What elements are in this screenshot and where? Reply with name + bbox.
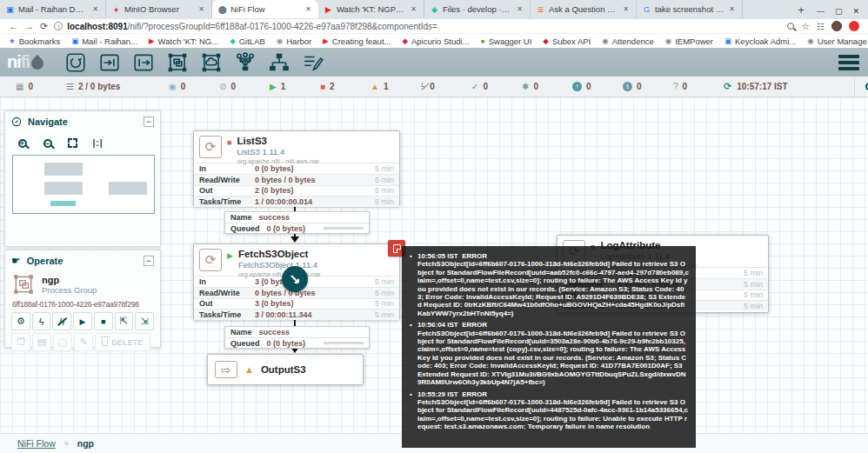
stat-value: 0 bytes / 0 bytes	[255, 289, 375, 297]
funnel-component-icon[interactable]	[234, 51, 257, 74]
status-queued-count: 2 / 0 bytes	[78, 82, 120, 91]
browser-tab[interactable]: ▣Mail - Raihan Dowllah - O✕	[0, 0, 106, 18]
extension-icon[interactable]	[849, 21, 859, 31]
zoom-icon[interactable]	[787, 23, 794, 30]
close-window-button[interactable]: ✕	[852, 7, 859, 16]
processor-type: ListS3 1.11.4	[237, 147, 319, 157]
bookmark-item[interactable]: ★Bookmarks	[9, 37, 60, 46]
output-port-component-icon[interactable]	[132, 51, 155, 74]
bookmark-item[interactable]: ◉User Manage...	[807, 37, 868, 46]
process-group-component-icon[interactable]	[166, 51, 189, 74]
global-menu-icon[interactable]	[837, 53, 861, 72]
stat-value: 0 bytes / 0 bytes	[255, 176, 375, 184]
operate-title: Operate	[27, 256, 63, 266]
zoom-out-button[interactable]: −	[37, 134, 58, 152]
profile-avatar[interactable]	[831, 21, 842, 31]
browser-tab[interactable]: ◆Files · develop · NGP / dat✕	[424, 0, 531, 18]
stat-value: 3 (0 bytes)	[255, 299, 375, 308]
nifi-droplet-icon	[29, 55, 46, 72]
browser-tab[interactable]: ≣Ask a Question - Stack Ov✕	[531, 0, 637, 18]
bookmark-item[interactable]: ▣Keycloak Admi...	[724, 37, 796, 46]
bookmark-star-icon[interactable]: ☆	[801, 21, 810, 32]
processor-type-icon: ⟳	[199, 136, 222, 158]
bookmark-item[interactable]: ▶Watch 'KT: NG...	[149, 37, 218, 46]
browser-tab[interactable]: ♦MinIO Browser✕	[106, 0, 212, 18]
back-icon[interactable]: ←	[9, 22, 18, 31]
template-component-icon[interactable]	[268, 51, 290, 74]
tab-close-icon[interactable]: ✕	[515, 4, 524, 14]
bookmark-label: Creating feaut...	[332, 37, 391, 46]
connection-name-label: Name	[230, 328, 252, 336]
group-button[interactable]: ⇱	[115, 312, 134, 330]
locally-modified-icon: ✱	[522, 83, 529, 91]
tab-close-icon[interactable]: ✕	[727, 4, 737, 14]
paste-button[interactable]: ▤	[32, 333, 51, 351]
minimap-processor-block	[109, 182, 147, 195]
processor-list-s3[interactable]: ⟳■ListS3ListS3 1.11.4org.apache.nifi - n…	[193, 130, 400, 206]
group-selection-button[interactable]: ▢	[53, 333, 72, 351]
trash-icon	[102, 339, 108, 346]
stat-label: Tasks/Time	[199, 197, 255, 206]
color-button[interactable]: ✎	[74, 333, 93, 351]
component-toolbar	[64, 51, 324, 74]
navigate-title: Navigate	[28, 117, 68, 127]
bookmark-item[interactable]: ▣Mail - Raihan...	[71, 37, 137, 46]
ungroup-button[interactable]: ⇲	[135, 312, 154, 330]
reading-list-icon[interactable]: ☷	[817, 22, 825, 31]
processor-component-icon[interactable]	[64, 51, 87, 74]
bookmark-item[interactable]: ▶Creating feaut...	[323, 37, 391, 46]
bookmark-item[interactable]: ◉IEMPower	[665, 37, 713, 46]
tab-close-icon[interactable]: ✕	[304, 4, 313, 14]
nifi-logo: nifi	[7, 52, 43, 72]
breadcrumb-root-link[interactable]: NiFi Flow	[17, 438, 56, 449]
navigate-collapse-button[interactable]: −	[144, 117, 154, 127]
reload-icon[interactable]: ⟳	[40, 22, 48, 31]
site-info-icon[interactable]: i	[54, 22, 63, 30]
remote-process-group-component-icon[interactable]	[200, 51, 223, 74]
bookmark-item[interactable]: ◆Apicurio Studi...	[402, 37, 469, 46]
zoom-actual-size-button[interactable]: |:|	[87, 134, 109, 152]
bulletin-item: 10:55:29 IST ERRORFetchS3Object[id=6ff6b…	[409, 390, 689, 431]
bookmark-item[interactable]: ◉Attendence	[602, 37, 654, 46]
minimize-window-button[interactable]: —	[817, 7, 825, 16]
birdseye-minimap[interactable]	[12, 155, 155, 214]
tab-close-icon[interactable]: ✕	[621, 4, 631, 14]
browser-tab[interactable]: ⬤NiFi Flow✕	[212, 0, 318, 18]
zoom-in-button[interactable]: +	[11, 134, 33, 152]
connection-label[interactable]: NamesuccessQueued0 (0 bytes)	[224, 326, 370, 349]
bookmark-item[interactable]: ◆Subex API	[543, 37, 591, 46]
refresh-icon[interactable]: ⟳	[724, 81, 731, 92]
output-port-outputs3[interactable]: ⇨ ▲ OutputS3	[207, 354, 364, 385]
configuration-button[interactable]: ⚙	[11, 312, 30, 330]
disable-button[interactable]: ϟ	[52, 312, 71, 330]
forward-icon[interactable]: →	[24, 22, 34, 31]
tab-close-icon[interactable]: ✕	[409, 4, 418, 14]
maximize-window-button[interactable]: ▢	[835, 7, 843, 16]
bookmark-item[interactable]: ◉Harbor	[277, 37, 311, 46]
copy-button[interactable]: ❐	[11, 333, 30, 351]
start-button[interactable]: ▶	[73, 312, 92, 330]
input-port-component-icon[interactable]	[98, 51, 121, 74]
stop-button[interactable]: ■	[94, 312, 113, 330]
new-tab-button[interactable]: +	[791, 1, 811, 19]
bookmark-item[interactable]: ●Swagger UI	[481, 37, 532, 46]
browser-tab-strip: ▣Mail - Raihan Dowllah - O✕♦MinIO Browse…	[0, 0, 868, 19]
flow-canvas[interactable]: Navigate − + − |:| ☛ Operate −	[0, 97, 868, 433]
bookmark-item[interactable]: ◆GitLAB	[230, 37, 265, 46]
delete-button[interactable]: DELETE	[95, 333, 150, 351]
search-button[interactable]	[854, 77, 868, 97]
google-favicon-icon: G	[642, 5, 651, 14]
zoom-fit-button[interactable]	[62, 134, 83, 152]
operate-collapse-button[interactable]: −	[144, 256, 154, 266]
tab-close-icon[interactable]: ✕	[197, 4, 206, 14]
status-up-to-date-count: 0	[483, 82, 488, 91]
enable-button[interactable]: ϟ	[32, 312, 51, 330]
browser-tab[interactable]: ▶Watch 'KT: NGP Project S✕	[318, 0, 424, 18]
browser-tab[interactable]: Gtake screenshot in ubunt✕	[637, 0, 743, 18]
label-component-icon[interactable]	[302, 51, 324, 74]
bulletin-time-level: 10:56:05 IST ERROR	[417, 252, 689, 260]
bookmark-label: Keycloak Admi...	[735, 37, 796, 46]
connection-label[interactable]: NamesuccessQueued0 (0 bytes)	[224, 211, 370, 234]
tab-close-icon[interactable]: ✕	[90, 4, 100, 14]
url-field[interactable]: i localhost:8091/nifi/?processGroupId=6f…	[54, 22, 781, 31]
